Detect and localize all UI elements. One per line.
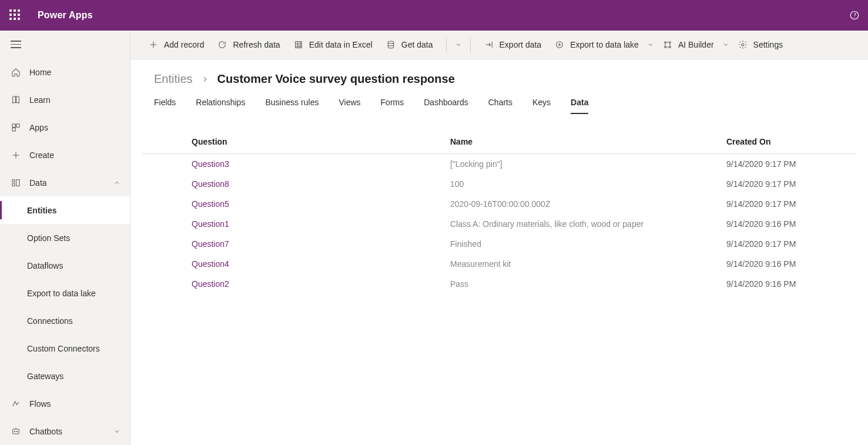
nav-create[interactable]: Create: [0, 141, 130, 169]
lake-icon: [554, 39, 565, 50]
export-data-lake-dropdown[interactable]: [647, 41, 654, 48]
nav-data-label: Data: [29, 178, 47, 188]
nav-flows[interactable]: Flows: [0, 390, 130, 417]
svg-rect-8: [13, 429, 19, 434]
table-row[interactable]: Question2Pass9/14/2020 9:16 PM: [142, 274, 856, 294]
tab-relationships[interactable]: Relationships: [196, 98, 245, 113]
column-header-question[interactable]: Question: [181, 130, 440, 154]
question-cell[interactable]: Question5: [181, 194, 440, 214]
question-cell[interactable]: Question7: [181, 234, 440, 254]
nav-custom-connectors-label: Custom Connectors: [27, 344, 100, 353]
nav-gateways[interactable]: Gateways: [0, 362, 130, 390]
question-cell[interactable]: Question3: [181, 154, 440, 175]
hamburger-icon: [11, 41, 21, 48]
data-icon: [11, 178, 21, 188]
data-table: Question Name Created On Question3["Lock…: [142, 130, 856, 294]
nav-home-label: Home: [29, 68, 51, 77]
table-row[interactable]: Question4Measurement kit9/14/2020 9:16 P…: [142, 254, 856, 274]
left-nav: Home Learn Apps Create Data: [0, 31, 130, 445]
nav-home[interactable]: Home: [0, 58, 130, 86]
table-row[interactable]: Question1Class A: Ordinary materials, li…: [142, 214, 856, 234]
question-cell[interactable]: Question8: [181, 174, 440, 194]
get-data-button[interactable]: Get data: [381, 35, 438, 55]
nav-learn[interactable]: Learn: [0, 86, 130, 113]
name-cell: ["Locking pin"]: [440, 154, 716, 175]
nav-data[interactable]: Data: [0, 169, 130, 196]
svg-point-17: [669, 46, 671, 48]
top-header: Power Apps: [0, 0, 868, 31]
nav-export-data-lake[interactable]: Export to data lake: [0, 279, 130, 307]
created-on-cell: 9/14/2020 9:17 PM: [716, 154, 856, 175]
svg-rect-6: [12, 183, 15, 186]
breadcrumb-root[interactable]: Entities: [154, 72, 193, 86]
tab-business-rules[interactable]: Business rules: [265, 98, 319, 113]
name-cell: 100: [440, 174, 716, 194]
nav-option-sets[interactable]: Option Sets: [0, 224, 130, 252]
app-title: Power Apps: [38, 10, 93, 21]
question-cell[interactable]: Question4: [181, 254, 440, 274]
table-row[interactable]: Question81009/14/2020 9:17 PM: [142, 174, 856, 194]
nav-entities-label: Entities: [27, 206, 57, 215]
svg-point-9: [14, 431, 15, 431]
add-record-button[interactable]: Add record: [143, 35, 209, 55]
plus-icon: [11, 150, 21, 160]
plus-icon: [148, 39, 159, 50]
refresh-data-button[interactable]: Refresh data: [212, 35, 284, 55]
tab-views[interactable]: Views: [339, 98, 360, 113]
row-lead-cell: [142, 214, 181, 234]
ai-icon: [662, 39, 673, 50]
ai-builder-label: AI Builder: [678, 40, 714, 49]
table-row[interactable]: Question52020-09-16T00:00:00.000Z9/14/20…: [142, 194, 856, 214]
created-on-cell: 9/14/2020 9:17 PM: [716, 194, 856, 214]
tab-forms[interactable]: Forms: [381, 98, 404, 113]
tab-charts[interactable]: Charts: [488, 98, 512, 113]
tab-data[interactable]: Data: [571, 98, 588, 114]
created-on-cell: 9/14/2020 9:16 PM: [716, 274, 856, 294]
edit-in-excel-button[interactable]: Edit data in Excel: [289, 35, 377, 55]
name-cell: Measurement kit: [440, 254, 716, 274]
page-header: Entities Customer Voice survey question …: [130, 59, 868, 86]
svg-point-1: [854, 17, 854, 18]
ai-builder-dropdown[interactable]: [722, 41, 729, 48]
name-cell: 2020-09-16T00:00:00.000Z: [440, 194, 716, 214]
stack-icon: [386, 39, 396, 50]
get-data-dropdown[interactable]: [455, 41, 462, 48]
row-lead-cell: [142, 274, 181, 294]
nav-entities[interactable]: Entities: [0, 196, 130, 224]
gear-icon: [738, 39, 748, 50]
nav-apps[interactable]: Apps: [0, 113, 130, 141]
ai-builder-button[interactable]: AI Builder: [658, 35, 719, 55]
column-header-created-on[interactable]: Created On: [716, 130, 856, 154]
nav-chatbots[interactable]: Chatbots: [0, 417, 130, 445]
breadcrumb: Entities Customer Voice survey question …: [154, 72, 844, 86]
tab-fields[interactable]: Fields: [154, 98, 176, 113]
excel-icon: [293, 39, 304, 50]
table-row[interactable]: Question7Finished9/14/2020 9:17 PM: [142, 234, 856, 254]
created-on-cell: 9/14/2020 9:17 PM: [716, 234, 856, 254]
tab-keys[interactable]: Keys: [532, 98, 551, 113]
nav-dataflows[interactable]: Dataflows: [0, 252, 130, 279]
tab-dashboards[interactable]: Dashboards: [424, 98, 468, 113]
column-header-name[interactable]: Name: [440, 130, 716, 154]
table-row[interactable]: Question3["Locking pin"]9/14/2020 9:17 P…: [142, 154, 856, 175]
nav-connections[interactable]: Connections: [0, 307, 130, 334]
question-cell[interactable]: Question1: [181, 214, 440, 234]
app-launcher-icon[interactable]: [9, 9, 21, 21]
nav-custom-connectors[interactable]: Custom Connectors: [0, 334, 130, 362]
help-icon[interactable]: [849, 10, 860, 21]
question-cell[interactable]: Question2: [181, 274, 440, 294]
export-data-button[interactable]: Export data: [479, 35, 547, 55]
nav-export-data-lake-label: Export to data lake: [27, 289, 96, 298]
export-data-label: Export data: [500, 40, 542, 49]
settings-label: Settings: [753, 40, 783, 49]
svg-point-18: [742, 44, 744, 46]
page-title: Customer Voice survey question response: [217, 72, 455, 86]
table-header-row: Question Name Created On: [142, 130, 856, 154]
export-data-lake-button[interactable]: Export to data lake: [549, 35, 644, 55]
flows-icon: [11, 399, 21, 409]
chevron-up-icon: [113, 179, 120, 186]
svg-point-10: [16, 431, 17, 431]
home-icon: [11, 67, 21, 78]
nav-toggle-button[interactable]: [0, 31, 130, 58]
settings-button[interactable]: Settings: [733, 35, 788, 55]
